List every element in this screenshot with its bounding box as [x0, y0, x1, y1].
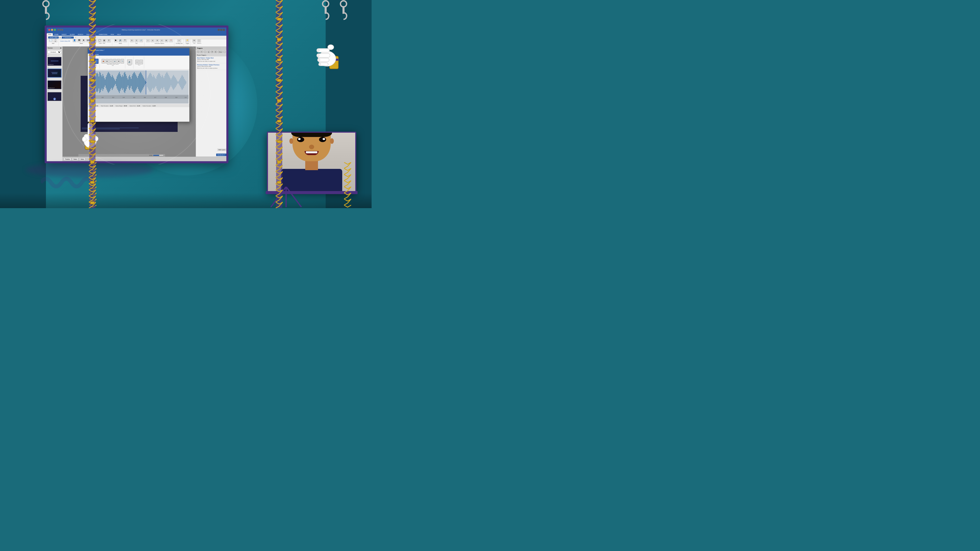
svg-rect-16: [90, 202, 94, 204]
volume-control-icon[interactable]: 🔉: [127, 59, 132, 65]
tab-view[interactable]: VIEW: [109, 33, 116, 36]
slide-layers-active[interactable]: Introduction 2: [216, 154, 226, 156]
svg-rect-112: [156, 79, 156, 86]
trigger-group-btn[interactable]: Group: [218, 51, 223, 53]
show-all-icon[interactable]: ⊞: [117, 59, 120, 64]
triggers-title: Triggers: [197, 48, 203, 49]
audio-status-bar: Position 00:31 Total Duration 11:20 Sele…: [88, 104, 189, 107]
states-tab[interactable]: States: [72, 158, 79, 161]
svg-rect-145: [182, 75, 182, 90]
delete-icon[interactable]: 🗑: [105, 59, 109, 64]
presentation-board: Making a learning experience easy* - Art…: [45, 25, 228, 163]
svg-line-185: [286, 187, 301, 207]
story-view-button[interactable]: STORY VIEW: [48, 37, 59, 38]
trigger-del-btn[interactable]: −: [204, 51, 207, 53]
chain-bottom-right: [344, 162, 351, 208]
trigger-edit-btn[interactable]: ✏: [200, 51, 203, 53]
trigger-prev-action: Jump to slide previous slide: [197, 66, 225, 67]
tab-design[interactable]: DESIGN: [76, 33, 85, 36]
svg-rect-90: [138, 76, 138, 89]
window-title: Making a learning experience easy* - Art…: [64, 29, 218, 30]
svg-rect-125: [166, 73, 166, 92]
close-button[interactable]: [48, 29, 50, 31]
timeline-tab[interactable]: Timeline: [64, 158, 72, 161]
svg-rect-111: [155, 78, 156, 87]
svg-rect-73: [124, 72, 125, 93]
tab-slides[interactable]: SLIDES: [68, 33, 76, 36]
svg-rect-150: [186, 81, 186, 84]
trigger-copy-btn[interactable]: ⧉: [214, 51, 217, 53]
svg-rect-120: [162, 75, 162, 90]
trigger-down-btn[interactable]: ▼: [211, 51, 214, 53]
svg-rect-9: [90, 59, 94, 61]
svg-rect-122: [164, 78, 164, 87]
slide-thumb-1-1[interactable]: Introduction: [48, 57, 62, 66]
presenter-nose: [309, 144, 314, 149]
svg-rect-117: [160, 74, 160, 91]
svg-rect-138: [177, 79, 177, 86]
triggers-min-btn[interactable]: [221, 47, 223, 49]
tab-help[interactable]: HELP: [116, 33, 122, 36]
slide-thumb-1-3[interactable]: Introduction 3: [48, 80, 62, 89]
tab-home[interactable]: HOME: [53, 33, 60, 36]
tab-insert[interactable]: INSERT: [60, 33, 68, 36]
trigger-add-btn[interactable]: +: [197, 51, 200, 53]
scene-dropdown[interactable]: 1 Introduction Sc...: [48, 50, 62, 54]
silence-icon[interactable]: —: [109, 59, 113, 64]
presenter-face: [293, 132, 331, 161]
svg-rect-22: [277, 100, 281, 102]
minimize-button[interactable]: [51, 29, 53, 31]
presenter-hair: [291, 132, 332, 137]
trigger-settings-btn[interactable]: [223, 51, 226, 53]
audio-total-duration: Total Duration 11:20: [101, 105, 113, 106]
zoom-icon[interactable]: Z: [53, 40, 57, 42]
svg-rect-97: [144, 78, 144, 87]
svg-rect-141: [179, 81, 179, 84]
svg-rect-108: [153, 77, 153, 88]
chain-right-zigzag: [275, 0, 283, 208]
trigger-next-button[interactable]: Next Button / Swipe Next Jump to slide n…: [196, 56, 226, 63]
scenes-panel: Scenes ◀ 1 Introduction Sc... 1.1 Introd…: [47, 46, 62, 161]
presenter-teeth: [306, 151, 318, 153]
svg-rect-104: [149, 73, 150, 92]
slide-thumb-1-4[interactable]: ▶: [48, 92, 62, 101]
audio-volume-group: 🔉 Volume: [126, 56, 134, 68]
svg-text:1:0: 1:0: [185, 97, 186, 98]
ear-left: [290, 138, 293, 144]
zoom-selection-icon[interactable]: 🔍: [121, 59, 124, 64]
svg-rect-69: [121, 77, 122, 88]
zoom-in-icon[interactable]: +: [135, 60, 139, 64]
zoom-out-icon[interactable]: −: [139, 60, 143, 64]
tab-animations[interactable]: ANIMATIONS: [97, 33, 109, 36]
svg-rect-137: [175, 78, 176, 87]
svg-text:0:8: 0:8: [165, 97, 167, 98]
import-label: Import: [107, 64, 110, 65]
svg-rect-68: [121, 76, 121, 89]
svg-rect-140: [178, 82, 178, 83]
slide-thumb-1-2[interactable]: [48, 68, 62, 78]
selection-label: Selection: [197, 43, 201, 44]
import-icon[interactable]: 📥: [102, 59, 105, 64]
presenter-neck: [305, 160, 318, 170]
notes-tab[interactable]: Notes: [79, 158, 86, 161]
svg-rect-48: [105, 79, 105, 86]
chain-left-zigzag: [89, 0, 96, 208]
scenes-collapse[interactable]: ◀: [60, 47, 61, 49]
svg-text:0:3: 0:3: [112, 97, 114, 98]
audio-editor-title: Audio Editor *: [95, 49, 105, 51]
svg-rect-67: [120, 74, 121, 91]
svg-rect-89: [137, 78, 138, 87]
presenter-silhouette: [276, 132, 347, 192]
svg-rect-98: [145, 79, 145, 86]
volume-edit-icon[interactable]: 🔊: [113, 59, 116, 64]
intro-slide-tab[interactable]: 1 Introduction...: [62, 37, 73, 38]
trigger-up-btn[interactable]: ▲: [207, 51, 210, 53]
triggers-close-btn[interactable]: [223, 47, 225, 49]
svg-rect-18: [277, 18, 281, 21]
tab-file[interactable]: FILE: [47, 33, 53, 36]
trigger-prev-button[interactable]: Previous Button / Swipe Previous Jump to…: [196, 63, 226, 70]
maximize-button[interactable]: [54, 29, 56, 31]
svg-rect-121: [163, 76, 163, 89]
svg-text:0:9: 0:9: [175, 97, 177, 98]
svg-rect-49: [106, 77, 106, 88]
